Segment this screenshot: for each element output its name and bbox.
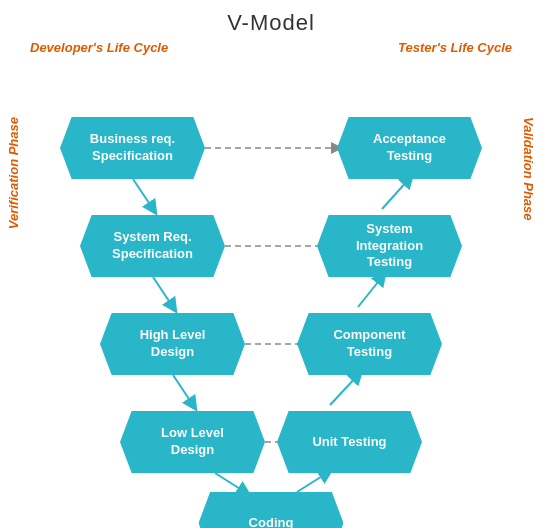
svg-line-9: [382, 179, 409, 209]
diagram-container: Verification Phase Validation Phase: [0, 57, 542, 507]
svg-line-7: [330, 375, 358, 405]
svg-line-5: [173, 375, 193, 405]
page-title: V-Model: [0, 0, 542, 36]
svg-line-10: [297, 473, 327, 492]
system-req-box: System Req.Specification: [80, 215, 225, 277]
developer-lifecycle-label: Developer's Life Cycle: [30, 40, 168, 55]
verification-phase-label: Verification Phase: [6, 117, 21, 229]
svg-line-4: [153, 277, 173, 307]
high-level-design-box: High LevelDesign: [100, 313, 245, 375]
business-req-box: Business req.Specification: [60, 117, 205, 179]
tester-lifecycle-label: Tester's Life Cycle: [398, 40, 512, 55]
system-integration-testing-box: SystemIntegrationTesting: [317, 215, 462, 277]
acceptance-testing-box: AcceptanceTesting: [337, 117, 482, 179]
validation-phase-label: Validation Phase: [521, 117, 536, 221]
svg-line-8: [358, 277, 382, 307]
low-level-design-box: Low LevelDesign: [120, 411, 265, 473]
unit-testing-box: Unit Testing: [277, 411, 422, 473]
svg-line-3: [133, 179, 153, 209]
coding-box: Coding: [199, 492, 344, 528]
svg-line-6: [215, 473, 245, 492]
component-testing-box: ComponentTesting: [297, 313, 442, 375]
